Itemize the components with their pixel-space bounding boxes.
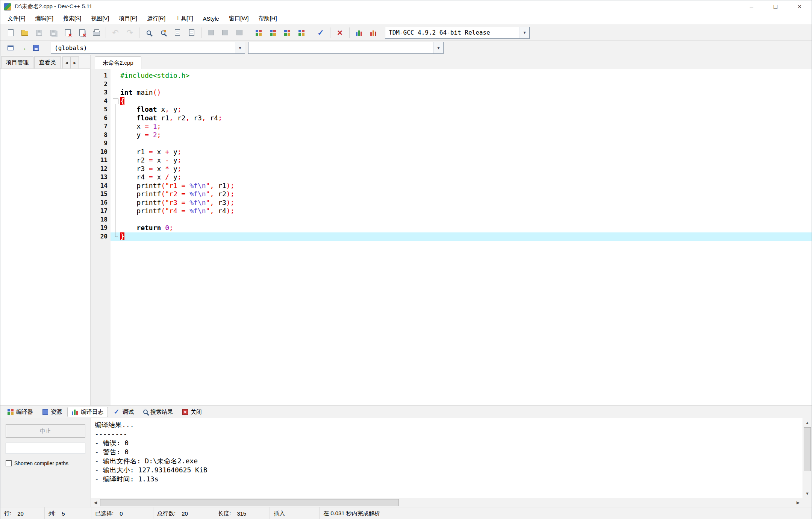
code-text: printf("r2 = %f\n", r2); [120,190,812,199]
tab-search-results[interactable]: 搜索结果 [139,407,177,417]
close-file-button[interactable] [61,26,75,39]
code-line[interactable]: 9 [91,139,812,148]
tab-compile-log[interactable]: 编译日志 [67,407,108,417]
scroll-up-icon[interactable] [803,418,812,427]
syntax-check-button[interactable] [314,26,328,39]
log-hscrollbar[interactable] [91,498,803,507]
undo-button[interactable] [108,26,123,39]
menu-edit[interactable]: 编辑[E] [30,13,58,24]
status-insert-mode: 插入 [270,507,320,519]
shorten-paths-checkbox[interactable] [6,460,12,466]
tab-resources[interactable]: 资源 [38,407,66,417]
find-button[interactable] [142,26,156,39]
save-button[interactable] [32,26,46,39]
code-line[interactable]: 6 float r1, r2, r3, r4; [91,114,812,123]
goto-declaration-button[interactable] [4,42,17,53]
menu-file[interactable]: 文件[F] [3,13,30,24]
close-button[interactable]: × [788,0,812,13]
menu-window[interactable]: 窗口[W] [224,13,254,24]
code-line[interactable]: 14 printf("r1 = %f\n", r1); [91,182,812,190]
sidebar-tab-project-manager[interactable]: 项目管理 [1,56,33,68]
log-vscrollbar[interactable] [803,418,812,498]
compile-button[interactable] [204,26,218,39]
chevron-down-icon[interactable]: ▼ [520,27,529,38]
code-line[interactable]: 8 y = 2; [91,131,812,140]
code-line[interactable]: 18 [91,215,812,224]
menu-astyle[interactable]: AStyle [198,13,224,24]
fold-collapse-icon[interactable] [111,97,120,106]
chevron-down-icon[interactable]: ▼ [235,42,245,53]
minimize-button[interactable]: – [739,0,764,13]
project-options-button[interactable] [294,26,309,39]
menu-search[interactable]: 搜索[S] [58,13,86,24]
code-line[interactable]: 10 r1 = x + y; [91,148,812,156]
editor-tab[interactable]: 未命名2.cpp [95,56,141,69]
save-all-button[interactable] [46,26,61,39]
code-line[interactable]: 12 r3 = x * y; [91,165,812,173]
code-line[interactable]: 17 printf("r4 = %f\n", r4); [91,207,812,215]
code-line[interactable]: 19 return 0; [91,224,812,232]
menu-project[interactable]: 项目[P] [114,13,142,24]
hscroll-thumb[interactable] [100,499,399,506]
scroll-right-icon[interactable] [794,498,803,507]
code-line[interactable]: 16 printf("r3 = %f\n", r3); [91,199,812,207]
abort-compilation-button[interactable] [333,26,347,39]
compiler-select[interactable]: TDM-GCC 4.9.2 64-bit Release ▼ [385,27,530,39]
project-remove-file-button[interactable] [280,26,294,39]
menu-run[interactable]: 运行[R] [142,13,170,24]
project-tree[interactable] [0,69,90,405]
goto-line-button[interactable] [185,26,199,39]
abort-button[interactable]: 中止 [6,424,85,438]
class-browser-button[interactable] [30,42,42,53]
close-file-icon [65,29,71,36]
code-area[interactable]: 1#include<stdio.h>23int main()4{5 float … [91,69,812,405]
find-in-files-button[interactable] [170,26,185,39]
code-line[interactable]: 2 [91,80,812,89]
code-line[interactable]: 5 float x, y; [91,105,812,114]
toolbar-separator [249,27,249,38]
print-button[interactable] [89,26,103,39]
code-line[interactable]: 20} [91,232,812,241]
code-line[interactable]: 15 printf("r2 = %f\n", r2); [91,190,812,199]
code-line[interactable]: 7 x = 1; [91,122,812,131]
code-line[interactable]: 3int main() [91,88,812,97]
sidebar-scroll-left-icon[interactable] [62,56,71,68]
chevron-down-icon[interactable]: ▼ [433,42,443,53]
scroll-left-icon[interactable] [91,498,100,507]
menu-tools[interactable]: 工具[T] [170,13,198,24]
redo-button[interactable] [123,26,137,39]
shorten-paths-option[interactable]: Shorten compiler paths [6,460,85,466]
code-line[interactable]: 11 r2 = x - y; [91,156,812,165]
menu-help[interactable]: 帮助[H] [253,13,282,24]
sidebar-scroll-right-icon[interactable] [71,56,79,68]
delete-profiling-button[interactable] [366,26,380,39]
replace-button[interactable] [156,26,170,39]
menu-view[interactable]: 视图[V] [86,13,114,24]
tab-compiler[interactable]: 编译器 [3,407,37,417]
open-file-button[interactable] [18,26,32,39]
log-text[interactable]: 编译结果... -------- - 错误: 0 - 警告: 0 - 输出文件名… [95,420,800,496]
tab-debug[interactable]: 调试 [109,407,138,417]
tab-close[interactable]: 关闭 [178,407,206,417]
close-all-button[interactable] [75,26,89,39]
code-line[interactable]: 13 r4 = x / y; [91,173,812,182]
scope-select[interactable]: (globals) ▼ [51,42,245,54]
vscroll-thumb[interactable] [804,427,811,471]
run-button[interactable] [218,26,232,39]
new-file-button[interactable] [3,26,18,39]
sidebar-tab-class-viewer[interactable]: 查看类 [34,56,61,68]
project-add-file-button[interactable] [266,26,280,39]
toolbar-separator [201,27,201,38]
menu-bar: 文件[F]编辑[E]搜索[S]视图[V]项目[P]运行[R]工具[T]AStyl… [0,13,812,25]
maximize-button[interactable]: □ [764,0,788,13]
project-new-button[interactable] [251,26,266,39]
members-select[interactable]: ▼ [248,42,444,54]
goto-implementation-button[interactable] [17,42,30,53]
scroll-down-icon[interactable] [803,489,812,498]
goto-implementation-icon [20,44,27,52]
compile-and-run-button[interactable] [232,26,247,39]
code-line[interactable]: 4{ [91,97,812,106]
code-line[interactable]: 1#include<stdio.h> [91,71,812,80]
delete-profiling-icon [370,30,377,36]
profile-analysis-button[interactable] [352,26,366,39]
